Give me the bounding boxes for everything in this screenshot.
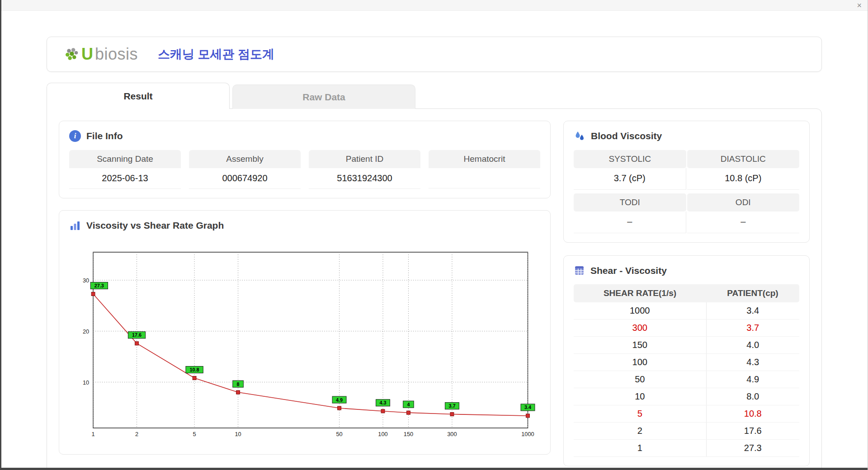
svg-text:4.3: 4.3 [380, 400, 387, 405]
svg-text:1000: 1000 [521, 431, 534, 437]
shear-cell: 5 [574, 405, 706, 423]
shear-viscosity-card: Shear - Viscosity SHEAR RATE(1/s) PATIEN… [563, 255, 810, 466]
todi-label: TODI [574, 193, 686, 212]
table-row: 108.0 [574, 388, 799, 405]
svg-text:3.7: 3.7 [448, 403, 455, 409]
droplet-icon [574, 130, 585, 142]
graph-title: Viscosity vs Shear Rate Graph [86, 220, 224, 231]
table-row: 1004.3 [574, 354, 799, 371]
shear-viscosity-table: SHEAR RATE(1/s) PATIENT(cp) 10003.4 3003… [574, 284, 799, 457]
svg-text:10.8: 10.8 [190, 367, 199, 372]
patient-cell: 3.4 [706, 302, 799, 320]
diastolic-value: 10.8 (cP) [687, 168, 800, 190]
blood-viscosity-card: Blood Viscosity SYSTOLIC DIASTOLIC 3.7 (… [563, 121, 810, 243]
col-shear-rate: SHEAR RATE(1/s) [574, 284, 706, 302]
col-patient: PATIENT(cp) [706, 284, 799, 302]
field-label: Patient ID [309, 150, 420, 168]
info-icon: i [69, 130, 81, 142]
svg-text:30: 30 [83, 277, 89, 284]
logo-text-rest: biosis [95, 46, 138, 62]
systolic-value: 3.7 (cP) [574, 168, 686, 190]
todi-value: – [574, 212, 686, 233]
table-grid-icon [574, 265, 585, 276]
patient-cell: 4.9 [706, 371, 799, 388]
patient-cell: 27.3 [706, 440, 799, 457]
field-assembly: Assembly 000674920 [189, 150, 301, 189]
field-label: Scanning Date [69, 150, 181, 168]
svg-text:2: 2 [135, 431, 138, 437]
svg-text:8: 8 [237, 381, 240, 386]
patient-cell: 4.3 [706, 354, 799, 371]
tab-raw-data[interactable]: Raw Data [232, 85, 415, 109]
viscosity-shear-chart: 1251050100150300100010203027.317.610.884… [69, 240, 540, 445]
table-row: 504.9 [574, 371, 799, 388]
logo-grapes-icon [65, 47, 80, 61]
close-icon[interactable]: × [857, 1, 862, 10]
patient-cell: 3.7 [706, 320, 799, 337]
page: Ubiosis 스캐닝 모세관 점도계 Result Raw Data i Fi… [47, 37, 822, 470]
diastolic-label: DIASTOLIC [687, 150, 800, 168]
shear-cell: 300 [574, 320, 706, 337]
odi-value: – [687, 212, 800, 233]
result-panel: i File Info Scanning Date 2025-06-13 Ass… [47, 108, 822, 470]
odi-label: ODI [687, 193, 800, 212]
table-row: 3003.7 [574, 320, 799, 337]
svg-text:5: 5 [193, 431, 196, 437]
field-value: 2025-06-13 [69, 168, 181, 189]
ubiosis-logo: Ubiosis [65, 46, 138, 62]
svg-text:100: 100 [378, 431, 387, 437]
file-info-title: File Info [86, 131, 123, 141]
field-value: 000674920 [189, 168, 301, 189]
field-value: 51631924300 [309, 168, 420, 189]
field-patient-id: Patient ID 51631924300 [309, 150, 420, 189]
shear-cell: 100 [574, 354, 706, 371]
blood-viscosity-grid: SYSTOLIC DIASTOLIC 3.7 (cP) 10.8 (cP) TO… [574, 150, 799, 233]
right-column: Blood Viscosity SYSTOLIC DIASTOLIC 3.7 (… [563, 121, 810, 466]
blood-viscosity-title: Blood Viscosity [591, 131, 662, 141]
window-bottom-edge [0, 468, 868, 470]
file-info-fields: Scanning Date 2025-06-13 Assembly 000674… [69, 150, 540, 189]
shear-cell: 1 [574, 440, 706, 457]
field-value [429, 168, 540, 188]
svg-text:10: 10 [83, 379, 89, 385]
field-hematocrit: Hematocrit [429, 150, 540, 189]
patient-cell: 10.8 [706, 405, 799, 423]
table-row: 127.3 [574, 440, 799, 457]
tab-result[interactable]: Result [47, 83, 230, 109]
systolic-label: SYSTOLIC [574, 150, 686, 168]
app-title: 스캐닝 모세관 점도계 [158, 46, 274, 62]
bar-chart-icon [69, 220, 81, 231]
shear-cell: 150 [574, 337, 706, 354]
svg-text:50: 50 [336, 431, 342, 437]
svg-text:300: 300 [447, 431, 457, 437]
file-info-card: i File Info Scanning Date 2025-06-13 Ass… [59, 121, 551, 198]
tab-bar: Result Raw Data [47, 83, 822, 109]
svg-text:150: 150 [404, 431, 413, 437]
svg-text:27.3: 27.3 [94, 283, 104, 288]
svg-text:17.6: 17.6 [132, 332, 142, 338]
table-row: 10003.4 [574, 302, 799, 320]
shear-cell: 1000 [574, 302, 706, 320]
svg-text:1: 1 [92, 431, 95, 437]
table-header-row: SHEAR RATE(1/s) PATIENT(cp) [574, 284, 799, 302]
patient-cell: 17.6 [706, 423, 799, 440]
left-column: i File Info Scanning Date 2025-06-13 Ass… [59, 121, 551, 466]
field-label: Assembly [189, 150, 301, 168]
table-row: 217.6 [574, 423, 799, 440]
window-left-edge [0, 0, 1, 470]
shear-cell: 10 [574, 388, 706, 405]
patient-cell: 8.0 [706, 388, 799, 405]
app-header: Ubiosis 스캐닝 모세관 점도계 [47, 37, 822, 72]
svg-text:4: 4 [407, 402, 410, 407]
patient-cell: 4.0 [706, 337, 799, 354]
window-top-strip [0, 0, 868, 11]
table-row: 1504.0 [574, 337, 799, 354]
table-row: 510.8 [574, 405, 799, 423]
field-label: Hematocrit [429, 150, 540, 168]
svg-text:20: 20 [83, 328, 89, 335]
svg-text:3.4: 3.4 [524, 404, 531, 410]
svg-text:4.9: 4.9 [336, 397, 343, 402]
logo-text-u: U [81, 46, 93, 62]
svg-text:10: 10 [235, 431, 241, 437]
viscosity-graph-card: Viscosity vs Shear Rate Graph 1251050100… [59, 210, 551, 455]
